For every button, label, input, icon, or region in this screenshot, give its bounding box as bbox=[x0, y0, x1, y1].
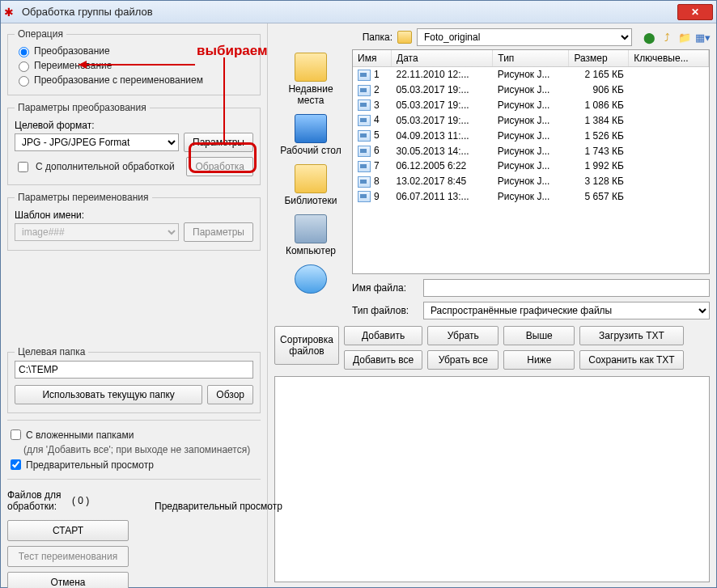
right-panel: Недавние места Рабочий стол Библиотеки К… bbox=[268, 23, 716, 587]
place-computer-label: Компьютер bbox=[278, 245, 343, 256]
places-bar: Недавние места Рабочий стол Библиотеки К… bbox=[274, 28, 347, 319]
file-list[interactable]: Имя Дата Тип Размер Ключевые... 122.11.2… bbox=[352, 49, 710, 274]
save-txt-button[interactable]: Сохранить как TXT bbox=[579, 350, 683, 370]
radio-both-label: Преобразование с переименованием bbox=[34, 74, 203, 86]
target-format-label: Целевой формат: bbox=[15, 120, 253, 131]
table-row[interactable]: 504.09.2013 11:...Рисунок J...1 526 КБ bbox=[353, 128, 709, 143]
browse-button[interactable]: Обзор bbox=[207, 385, 253, 404]
radio-transform-label: Преобразование bbox=[34, 45, 110, 57]
use-current-folder-button[interactable]: Использовать текущую папку bbox=[15, 385, 202, 404]
rename-group: Параметры переименования Шаблон имени: i… bbox=[7, 192, 261, 251]
col-type[interactable]: Тип bbox=[493, 50, 569, 67]
filetype-select[interactable]: Распространённые графические файлы bbox=[423, 302, 710, 319]
close-button[interactable]: ✕ bbox=[677, 4, 713, 20]
folder-select[interactable]: Foto_original bbox=[417, 28, 632, 46]
app-icon: ✱ bbox=[4, 6, 17, 19]
place-libraries[interactable]: Библиотеки bbox=[278, 164, 343, 206]
load-txt-button[interactable]: Загрузить TXT bbox=[579, 326, 683, 345]
titlebar: ✱ Обработка группы файлов ✕ bbox=[1, 1, 716, 23]
up-button[interactable]: Выше bbox=[503, 326, 575, 345]
up-icon[interactable]: ⤴ bbox=[660, 30, 674, 44]
col-name[interactable]: Имя bbox=[353, 50, 392, 67]
window-title: Обработка группы файлов bbox=[22, 6, 677, 18]
batch-dialog: ✱ Обработка группы файлов ✕ Операция Пре… bbox=[0, 0, 717, 588]
add-button[interactable]: Добавить bbox=[344, 326, 422, 345]
extra-processing-check[interactable] bbox=[18, 162, 28, 172]
image-file-icon bbox=[358, 115, 371, 126]
table-row[interactable]: 405.03.2017 19:...Рисунок J...1 384 КБ bbox=[353, 112, 709, 128]
image-file-icon bbox=[358, 70, 371, 81]
table-row[interactable]: 305.03.2017 19:...Рисунок J...1 086 КБ bbox=[353, 98, 709, 113]
place-desktop-label: Рабочий стол bbox=[278, 145, 343, 156]
folder-icon bbox=[397, 31, 412, 44]
radio-rename-label: Переименование bbox=[34, 60, 112, 71]
remove-button[interactable]: Убрать bbox=[427, 326, 499, 345]
transform-legend: Параметры преобразования bbox=[15, 102, 150, 113]
extra-processing-button: Обработка bbox=[186, 157, 253, 176]
image-file-icon bbox=[358, 191, 371, 202]
extra-processing-label: С дополнительной обработкой bbox=[36, 161, 181, 172]
radio-both[interactable] bbox=[19, 76, 29, 87]
filename-input[interactable] bbox=[423, 279, 710, 297]
filetype-label: Тип файлов: bbox=[352, 305, 417, 316]
folder-label: Папка: bbox=[352, 32, 392, 43]
sort-button[interactable]: Сортировка файлов bbox=[274, 326, 339, 365]
preview-pane-label: Предварительный просмотр bbox=[155, 501, 282, 512]
files-count: ( 0 ) bbox=[72, 495, 89, 506]
image-file-icon bbox=[358, 99, 371, 111]
col-date[interactable]: Дата bbox=[392, 50, 493, 67]
place-desktop[interactable]: Рабочий стол bbox=[278, 114, 343, 156]
target-folder-group: Целевая папка Использовать текущую папку… bbox=[7, 346, 261, 413]
views-icon[interactable]: ▦▾ bbox=[695, 30, 710, 44]
file-browser: Папка: Foto_original ⬤ ⤴ 📁 ▦▾ bbox=[352, 28, 710, 319]
radio-transform[interactable] bbox=[19, 47, 29, 57]
format-select[interactable]: JPG - JPG/JPEG Format bbox=[15, 133, 179, 151]
table-row[interactable]: 205.03.2017 19:...Рисунок J...906 КБ bbox=[353, 82, 709, 98]
place-network[interactable] bbox=[278, 264, 343, 295]
image-file-icon bbox=[358, 85, 371, 96]
image-file-icon bbox=[358, 161, 371, 172]
start-button[interactable]: СТАРТ bbox=[7, 520, 129, 541]
table-row[interactable]: 706.12.2005 6:22Рисунок J...1 992 КБ bbox=[353, 159, 709, 174]
template-label: Шаблон имени: bbox=[15, 209, 253, 221]
operation-group: Операция Преобразование Переименование П… bbox=[7, 28, 261, 95]
table-row[interactable]: 906.07.2011 13:...Рисунок J...5 657 КБ bbox=[353, 189, 709, 205]
operation-legend: Операция bbox=[15, 28, 66, 40]
table-row[interactable]: 630.05.2013 14:...Рисунок J...1 743 КБ bbox=[353, 143, 709, 159]
subfolders-check[interactable] bbox=[11, 429, 21, 440]
place-recent-label: Недавние места bbox=[278, 83, 343, 106]
back-icon[interactable]: ⬤ bbox=[642, 30, 656, 44]
preview-check[interactable] bbox=[11, 459, 21, 470]
rename-legend: Параметры переименования bbox=[15, 192, 152, 203]
test-rename-button: Тест переименования bbox=[7, 546, 129, 567]
table-row[interactable]: 122.11.2010 12:...Рисунок J...2 165 КБ bbox=[353, 67, 709, 82]
col-keywords[interactable]: Ключевые... bbox=[629, 50, 709, 67]
filename-label: Имя файла: bbox=[352, 282, 417, 294]
place-libraries-label: Библиотеки bbox=[278, 195, 343, 206]
format-params-button[interactable]: Параметры bbox=[184, 133, 253, 152]
place-recent[interactable]: Недавние места bbox=[278, 53, 343, 106]
table-row[interactable]: 813.02.2017 8:45Рисунок J...3 128 КБ bbox=[353, 174, 709, 189]
cancel-button[interactable]: Отмена bbox=[7, 572, 129, 588]
place-computer[interactable]: Компьютер bbox=[278, 214, 343, 256]
image-file-icon bbox=[358, 130, 371, 142]
col-size[interactable]: Размер bbox=[569, 50, 629, 67]
newfolder-icon[interactable]: 📁 bbox=[677, 30, 692, 44]
subfolders-label: С вложенными папками bbox=[26, 429, 134, 441]
preview-check-label: Предварительный просмотр bbox=[26, 459, 154, 471]
template-select: image### bbox=[15, 223, 179, 241]
rename-params-button: Параметры bbox=[184, 222, 253, 242]
target-folder-input[interactable] bbox=[15, 361, 253, 379]
target-folder-legend: Целевая папка bbox=[15, 346, 88, 357]
remove-all-button[interactable]: Убрать все bbox=[427, 350, 499, 370]
files-for-label: Файлов для обработки: bbox=[7, 489, 64, 512]
image-file-icon bbox=[358, 146, 371, 157]
add-all-button[interactable]: Добавить все bbox=[344, 350, 422, 370]
radio-rename[interactable] bbox=[19, 61, 29, 72]
subfolders-hint: (для 'Добавить все'; при выходе не запом… bbox=[23, 444, 261, 455]
image-file-icon bbox=[358, 176, 371, 188]
selected-files-list[interactable] bbox=[274, 376, 710, 582]
transform-group: Параметры преобразования Целевой формат:… bbox=[7, 102, 261, 185]
down-button[interactable]: Ниже bbox=[503, 350, 575, 370]
